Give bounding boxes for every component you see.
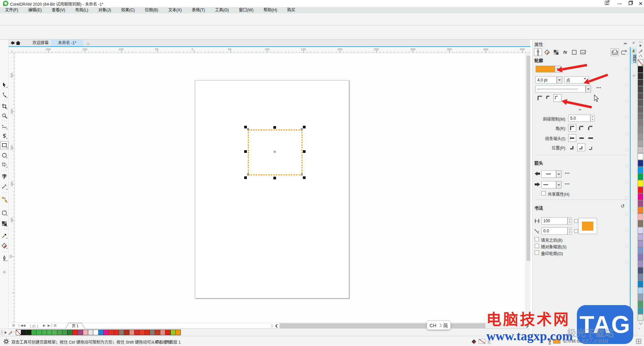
nib-angle-spin[interactable]: ▴▾ bbox=[568, 227, 572, 235]
selection-edge-left[interactable] bbox=[248, 129, 249, 175]
cpal-scroll-down[interactable] bbox=[639, 322, 643, 325]
calligraphy-reset-icon[interactable]: ↻ bbox=[621, 203, 625, 209]
vertical-ruler[interactable]: 30025020015010050 bbox=[9, 53, 15, 323]
horizontal-scrollbar-thumb[interactable] bbox=[279, 323, 485, 328]
color-swatch-28[interactable] bbox=[638, 247, 643, 254]
color-swatch-24[interactable] bbox=[638, 220, 643, 227]
minimize-button[interactable]: — bbox=[615, 0, 624, 7]
outline-width-field[interactable]: 4.0 pt bbox=[535, 76, 557, 83]
home-icon[interactable] bbox=[11, 40, 21, 46]
docker-fill-tab[interactable] bbox=[543, 48, 551, 56]
arrow-end-combo[interactable] bbox=[541, 181, 556, 188]
palette-swatch-6[interactable] bbox=[47, 330, 52, 335]
next-page-button[interactable]: ▶ bbox=[43, 324, 46, 327]
color-swatch-37[interactable] bbox=[638, 307, 643, 314]
color-swatch-9[interactable] bbox=[638, 120, 643, 126]
corner-join-3[interactable] bbox=[586, 124, 594, 132]
arrow-start-dropdown[interactable] bbox=[556, 170, 561, 178]
color-swatch-19[interactable] bbox=[638, 187, 643, 193]
palette-swatch-21[interactable] bbox=[124, 330, 129, 335]
palette-swatch-13[interactable] bbox=[83, 330, 88, 335]
palette-eyedropper-icon[interactable] bbox=[8, 330, 13, 335]
color-swatch-25[interactable] bbox=[638, 227, 643, 234]
palette-swatch-2[interactable] bbox=[26, 330, 32, 335]
palette-swatch-26[interactable] bbox=[150, 330, 155, 335]
color-swatch-10[interactable] bbox=[638, 126, 643, 133]
menu-item-9[interactable]: 工具(O) bbox=[210, 7, 234, 13]
corner-join-1[interactable] bbox=[568, 124, 576, 132]
palette-swatch-3[interactable] bbox=[31, 330, 37, 335]
palette-swatch-19[interactable] bbox=[114, 330, 119, 335]
cpal-more[interactable]: » bbox=[638, 326, 640, 330]
menu-item-4[interactable]: 对象(J) bbox=[93, 7, 116, 13]
selection-center-mark[interactable]: ✕ bbox=[273, 150, 276, 154]
stretch-checkbox[interactable] bbox=[574, 219, 578, 223]
scale-with-checkbox[interactable] bbox=[535, 244, 539, 248]
color-swatch-0[interactable] bbox=[638, 59, 643, 66]
status-grid-icon[interactable] bbox=[636, 339, 641, 344]
corner-style-3[interactable] bbox=[553, 94, 561, 102]
docker-collapse-icon[interactable]: ▶▶ bbox=[624, 42, 627, 45]
outline-pos-3[interactable] bbox=[586, 143, 594, 151]
corner-style-1[interactable] bbox=[536, 94, 544, 102]
menu-item-6[interactable]: 位图(B) bbox=[140, 7, 163, 13]
docker-outline-tab[interactable] bbox=[534, 48, 542, 56]
color-swatch-29[interactable] bbox=[638, 254, 643, 261]
color-swatch-23[interactable] bbox=[638, 214, 643, 220]
palette-swatch-22[interactable] bbox=[129, 330, 135, 335]
arrow-end-dropdown[interactable] bbox=[556, 181, 561, 188]
ime-indicator[interactable]: CH ☽ 简 bbox=[427, 321, 451, 330]
color-swatch-12[interactable] bbox=[638, 140, 643, 147]
handle-top-left[interactable] bbox=[244, 126, 247, 128]
vertical-scrollbar-thumb[interactable] bbox=[527, 56, 530, 261]
miter-field[interactable]: 5.0 bbox=[568, 115, 590, 122]
menu-item-8[interactable]: 表格(T) bbox=[187, 7, 210, 13]
nib-preview[interactable] bbox=[578, 218, 597, 234]
color-swatch-33[interactable] bbox=[638, 281, 643, 287]
text-tool[interactable]: 字 bbox=[0, 172, 8, 180]
color-swatch-13[interactable] bbox=[638, 147, 643, 153]
nib-angle-field[interactable]: 0.0 bbox=[541, 227, 568, 235]
corner-style-2[interactable] bbox=[545, 94, 553, 102]
selection-edge-bottom[interactable] bbox=[248, 174, 303, 175]
scroll-resize-grip[interactable] bbox=[271, 324, 273, 328]
color-swatch-6[interactable] bbox=[638, 100, 643, 106]
add-page-right-button[interactable]: ⊞ bbox=[54, 324, 56, 327]
docker-effects-tab[interactable]: fx bbox=[561, 48, 569, 56]
palette-swatch-23[interactable] bbox=[134, 330, 140, 335]
docker-image-tab[interactable]: ? bbox=[579, 48, 587, 56]
last-page-button[interactable]: ▶❘ bbox=[48, 324, 53, 327]
status-gear-icon[interactable] bbox=[3, 339, 9, 344]
menu-item-2[interactable]: 查看(V) bbox=[47, 7, 70, 13]
corner-node-tl[interactable] bbox=[247, 128, 249, 130]
horizontal-ruler[interactable]: 20015010050050100150200250300350400450 bbox=[9, 47, 530, 53]
menu-item-0[interactable]: 文件(F) bbox=[0, 7, 23, 13]
palette-scroll-left[interactable]: ‹ bbox=[13, 330, 15, 334]
outline-pos-1[interactable] bbox=[568, 143, 576, 151]
handle-top-right[interactable] bbox=[303, 126, 306, 128]
menu-item-3[interactable]: 布局(L) bbox=[70, 7, 93, 13]
outline-width-dropdown[interactable] bbox=[557, 76, 562, 83]
color-swatch-31[interactable] bbox=[638, 267, 643, 274]
color-swatch-11[interactable] bbox=[638, 133, 643, 140]
color-swatch-17[interactable] bbox=[638, 173, 643, 180]
share-attributes-checkbox[interactable] bbox=[541, 191, 546, 195]
palette-swatch-31[interactable] bbox=[175, 330, 181, 335]
palette-swatch-11[interactable] bbox=[72, 330, 78, 335]
outline-units-field[interactable]: 点 bbox=[564, 76, 589, 83]
restore-button[interactable] bbox=[626, 0, 635, 7]
outline-pos-2[interactable] bbox=[577, 143, 585, 151]
first-page-button[interactable]: ❘◀ bbox=[17, 324, 23, 327]
miter-spin[interactable]: ▴▾ bbox=[590, 115, 595, 122]
docker-tab-properties[interactable]: 属性 bbox=[631, 48, 637, 64]
docker-clip-tab[interactable] bbox=[611, 48, 619, 56]
palette-swatch-10[interactable] bbox=[67, 330, 73, 335]
page[interactable] bbox=[195, 80, 349, 298]
stretch-field[interactable]: 100 bbox=[541, 217, 568, 225]
behind-fill-checkbox[interactable] bbox=[535, 237, 539, 241]
color-swatch-14[interactable] bbox=[638, 153, 643, 160]
vertical-scrollbar[interactable] bbox=[526, 53, 530, 323]
prev-page-button[interactable]: ◀ bbox=[23, 324, 25, 327]
arrow-end-more[interactable]: ••• bbox=[565, 182, 570, 186]
menu-item-11[interactable]: 帮助(H) bbox=[259, 7, 282, 13]
